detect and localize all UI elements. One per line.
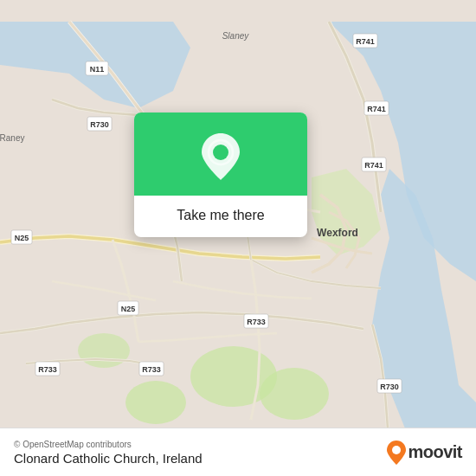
svg-text:N25: N25 <box>15 234 29 242</box>
popup-card: Take me there <box>134 113 307 237</box>
moovit-logo: moovit <box>387 441 462 465</box>
svg-point-35 <box>392 446 401 454</box>
svg-text:R741: R741 <box>356 37 375 46</box>
svg-point-33 <box>213 145 228 160</box>
bottom-bar: © OpenStreetMap contributors Clonard Cat… <box>0 428 476 476</box>
svg-text:N11: N11 <box>90 65 105 74</box>
location-pin-icon <box>202 133 240 180</box>
moovit-pin-icon <box>387 441 406 465</box>
map-container: N11 R741 R741 R741 R730 R769 N25 N25 R73… <box>0 0 476 476</box>
svg-text:Slaney: Slaney <box>222 31 250 41</box>
svg-text:Wexford: Wexford <box>317 227 358 239</box>
take-me-there-button[interactable]: Take me there <box>177 208 264 223</box>
moovit-text: moovit <box>408 442 462 462</box>
popup-body: Take me there <box>134 196 307 237</box>
svg-point-1 <box>260 368 329 420</box>
svg-text:Raney: Raney <box>0 133 24 143</box>
svg-text:R733: R733 <box>247 318 266 326</box>
svg-text:R730: R730 <box>90 120 109 129</box>
svg-text:R733: R733 <box>142 365 161 374</box>
svg-text:R730: R730 <box>380 383 399 391</box>
popup-header <box>134 113 307 196</box>
location-name: Clonard Catholic Church, Ireland <box>14 451 203 466</box>
svg-text:R741: R741 <box>367 105 386 113</box>
svg-point-3 <box>78 333 130 368</box>
svg-point-2 <box>125 381 186 424</box>
map-svg: N11 R741 R741 R741 R730 R769 N25 N25 R73… <box>0 0 476 476</box>
svg-text:R733: R733 <box>38 365 57 374</box>
osm-credit: © OpenStreetMap contributors <box>14 440 203 449</box>
bottom-left: © OpenStreetMap contributors Clonard Cat… <box>14 440 203 466</box>
svg-text:R741: R741 <box>364 161 383 170</box>
svg-text:N25: N25 <box>121 305 136 313</box>
